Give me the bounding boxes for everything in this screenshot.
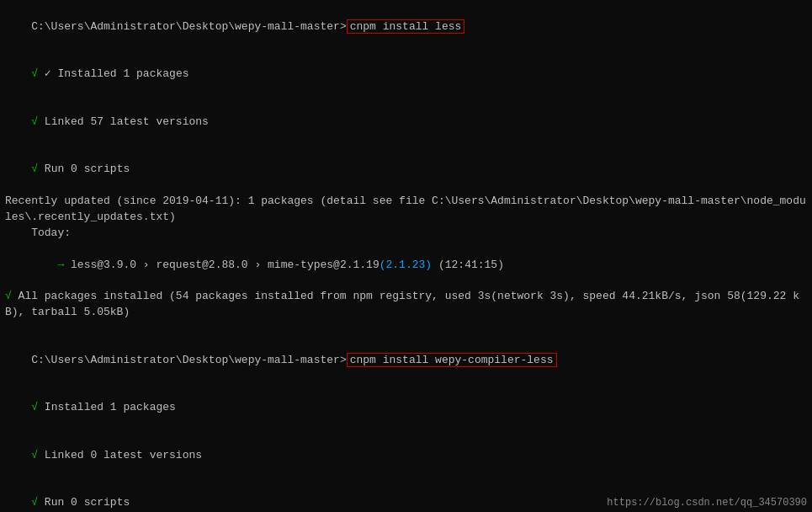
- installed-packages-2: √ Installed 1 packages: [5, 384, 807, 432]
- today-label: Today:: [5, 226, 807, 242]
- check-icon: √: [31, 401, 45, 413]
- check-icon: √: [31, 496, 45, 509]
- terminal: C:\Users\Administrator\Desktop\wepy-mall…: [0, 0, 812, 512]
- run-scripts-1: √ Run 0 scripts: [5, 147, 807, 195]
- check-icon: √: [5, 290, 19, 302]
- check-icon: √: [31, 115, 45, 128]
- command-line-2: C:\Users\Administrator\Desktop\wepy-mall…: [5, 337, 807, 385]
- check-icon: √: [31, 449, 45, 461]
- installed-packages: √ ✓ Installed 1 packages: [5, 51, 807, 99]
- check-icon: √: [31, 163, 45, 175]
- arrow-icon: →: [57, 259, 71, 271]
- prompt-text-2: C:\Users\Administrator\Desktop\wepy-mall…: [31, 354, 346, 366]
- blank-line-1: [5, 321, 807, 337]
- check-icon: √: [31, 67, 45, 80]
- version-highlight: (2.1.23): [379, 259, 432, 271]
- command-line-1: C:\Users\Administrator\Desktop\wepy-mall…: [5, 3, 807, 51]
- cmd-box-2: cnpm install wepy-compiler-less: [347, 353, 557, 367]
- version-arrow: → less@3.9.0 › request@2.88.0 › mime-typ…: [5, 242, 807, 290]
- watermark: https://blog.csdn.net/qq_34570390: [607, 497, 807, 509]
- prompt-text: C:\Users\Administrator\Desktop\wepy-mall…: [31, 20, 346, 33]
- all-packages-1: √ All packages installed (54 packages in…: [5, 289, 807, 321]
- cmd-box-1: cnpm install less: [347, 19, 465, 34]
- linked-versions-1: √ Linked 57 latest versions: [5, 99, 807, 147]
- recently-updated: Recently updated (since 2019-04-11): 1 p…: [5, 194, 807, 226]
- linked-versions-2: √ Linked 0 latest versions: [5, 432, 807, 480]
